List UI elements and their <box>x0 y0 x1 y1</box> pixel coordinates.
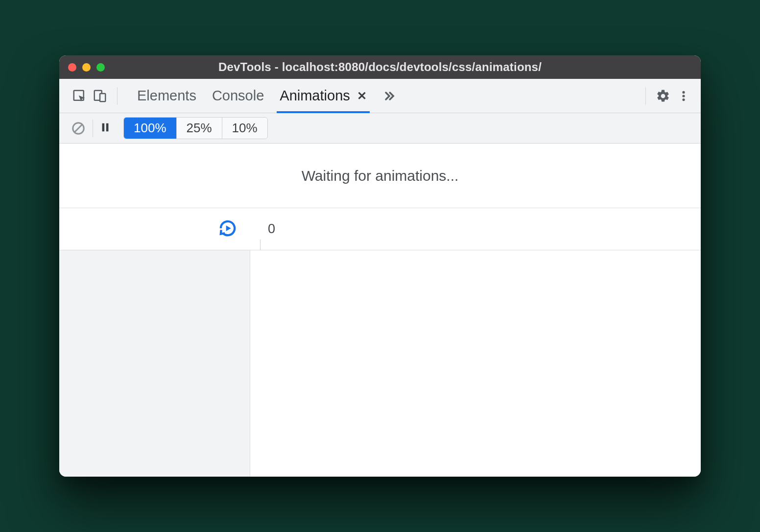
devtools-tabs-row: Elements Console Animations ✕ <box>59 79 701 113</box>
animations-list-pane <box>59 250 250 477</box>
separator <box>117 87 118 105</box>
close-window-button[interactable] <box>68 63 76 72</box>
svg-point-5 <box>682 98 685 100</box>
inspect-element-icon[interactable] <box>69 86 90 106</box>
window-controls <box>68 63 105 72</box>
animations-main <box>59 250 701 477</box>
svg-rect-8 <box>102 123 105 131</box>
maximize-window-button[interactable] <box>96 63 105 72</box>
svg-line-7 <box>75 124 82 132</box>
more-tabs-button[interactable] <box>382 79 396 113</box>
timeline-ruler[interactable]: 0 <box>250 208 701 250</box>
clear-icon <box>71 121 86 136</box>
timeline-tick <box>260 240 261 250</box>
pause-button[interactable] <box>100 122 117 135</box>
tab-label: Console <box>212 88 264 104</box>
timeline-header: 0 <box>59 208 701 250</box>
gear-icon <box>656 89 670 103</box>
separator <box>93 120 93 137</box>
tab-console[interactable]: Console <box>212 79 264 113</box>
right-controls <box>639 86 694 106</box>
speed-100-button[interactable]: 100% <box>124 118 177 139</box>
pause-icon <box>100 122 111 133</box>
settings-button[interactable] <box>653 86 673 106</box>
animations-toolbar: 100% 25% 10% <box>59 113 701 144</box>
tab-elements[interactable]: Elements <box>137 79 196 113</box>
speed-25-button[interactable]: 25% <box>177 118 222 139</box>
clear-button[interactable] <box>71 121 86 136</box>
menu-button[interactable] <box>673 86 694 106</box>
svg-rect-9 <box>106 123 109 131</box>
svg-point-3 <box>682 91 685 93</box>
timeline-controls <box>59 208 250 250</box>
kebab-menu-icon <box>677 90 690 102</box>
replay-icon <box>218 218 238 238</box>
chevron-double-right-icon <box>382 89 396 103</box>
replay-button[interactable] <box>218 218 238 240</box>
window-title: DevTools - localhost:8080/docs/devtools/… <box>59 60 701 74</box>
tab-animations[interactable]: Animations ✕ <box>280 79 366 113</box>
waiting-message: Waiting for animations... <box>59 144 701 208</box>
svg-rect-2 <box>100 94 105 101</box>
separator <box>645 87 646 105</box>
svg-point-4 <box>682 95 685 97</box>
close-tab-icon[interactable]: ✕ <box>357 89 367 103</box>
animations-timeline-pane <box>250 250 701 477</box>
minimize-window-button[interactable] <box>82 63 91 72</box>
timeline-zero-label: 0 <box>268 221 275 237</box>
devtools-window: DevTools - localhost:8080/docs/devtools/… <box>59 55 701 477</box>
device-toggle-icon[interactable] <box>90 86 110 106</box>
titlebar: DevTools - localhost:8080/docs/devtools/… <box>59 55 701 79</box>
tab-label: Animations <box>280 88 350 104</box>
playback-speed-group: 100% 25% 10% <box>123 117 268 139</box>
speed-10-button[interactable]: 10% <box>222 118 267 139</box>
tab-strip: Elements Console Animations ✕ <box>137 79 396 113</box>
tab-label: Elements <box>137 88 196 104</box>
